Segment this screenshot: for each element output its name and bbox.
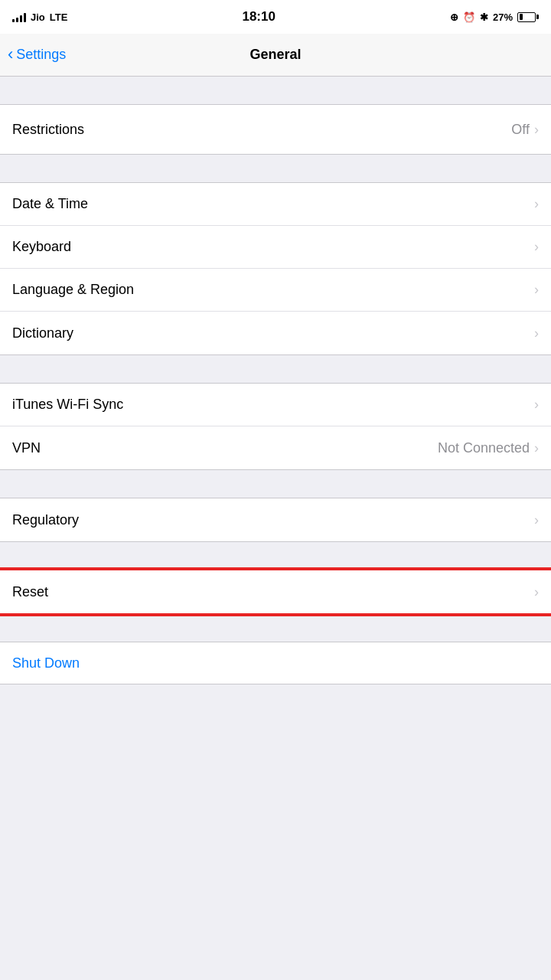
reset-section: Reset › xyxy=(0,570,551,614)
dictionary-right: › xyxy=(534,325,539,341)
bluetooth-icon: ✱ xyxy=(480,11,488,23)
language-region-label: Language & Region xyxy=(12,282,534,298)
nav-bar: ‹ Settings General xyxy=(0,34,551,77)
dictionary-chevron-icon: › xyxy=(534,325,539,341)
status-left: Jio LTE xyxy=(12,11,67,23)
regulatory-row[interactable]: Regulatory › xyxy=(0,498,551,541)
regulatory-chevron-icon: › xyxy=(534,512,539,528)
alarm-icon: ⏰ xyxy=(463,11,475,23)
section-gap-4 xyxy=(0,542,551,570)
sync-section: iTunes Wi-Fi Sync › VPN Not Connected › xyxy=(0,383,551,470)
language-region-right: › xyxy=(534,282,539,298)
itunes-wifi-sync-label: iTunes Wi-Fi Sync xyxy=(12,397,534,413)
section-gap-1 xyxy=(0,155,551,182)
vpn-chevron-icon: › xyxy=(534,440,539,456)
date-time-label: Date & Time xyxy=(12,196,534,212)
language-region-row[interactable]: Language & Region › xyxy=(0,269,551,312)
vpn-right: Not Connected › xyxy=(438,440,539,456)
back-label: Settings xyxy=(16,47,66,63)
section-gap-3 xyxy=(0,470,551,498)
back-chevron-icon: ‹ xyxy=(8,46,13,63)
date-time-chevron-icon: › xyxy=(534,196,539,212)
itunes-wifi-sync-chevron-icon: › xyxy=(534,397,539,413)
restrictions-row[interactable]: Restrictions Off › xyxy=(0,105,551,154)
datetime-section: Date & Time › Keyboard › Language & Regi… xyxy=(0,182,551,355)
restrictions-label: Restrictions xyxy=(12,122,511,138)
restrictions-right: Off › xyxy=(511,122,539,138)
location-icon: ⊕ xyxy=(450,11,458,23)
itunes-wifi-sync-row[interactable]: iTunes Wi-Fi Sync › xyxy=(0,384,551,426)
vpn-label: VPN xyxy=(12,440,438,456)
restrictions-section: Restrictions Off › xyxy=(0,104,551,155)
reset-right: › xyxy=(534,584,539,600)
dictionary-row[interactable]: Dictionary › xyxy=(0,312,551,354)
vpn-row[interactable]: VPN Not Connected › xyxy=(0,426,551,469)
restrictions-chevron-icon: › xyxy=(534,122,539,138)
regulatory-section: Regulatory › xyxy=(0,498,551,542)
reset-label: Reset xyxy=(12,584,534,600)
page-title: General xyxy=(249,47,301,63)
regulatory-label: Regulatory xyxy=(12,512,534,528)
signal-bars-icon xyxy=(12,11,26,22)
date-time-right: › xyxy=(534,196,539,212)
status-time: 18:10 xyxy=(242,9,275,24)
language-region-chevron-icon: › xyxy=(534,282,539,298)
battery-icon xyxy=(517,12,539,22)
section-gap-2 xyxy=(0,355,551,383)
keyboard-right: › xyxy=(534,239,539,255)
status-right: ⊕ ⏰ ✱ 27% xyxy=(450,11,539,23)
top-spacer xyxy=(0,77,551,104)
status-bar: Jio LTE 18:10 ⊕ ⏰ ✱ 27% xyxy=(0,0,551,34)
keyboard-label: Keyboard xyxy=(12,239,534,255)
shutdown-row[interactable]: Shut Down xyxy=(0,642,551,684)
reset-row[interactable]: Reset › xyxy=(0,570,551,613)
vpn-value: Not Connected xyxy=(438,440,530,456)
restrictions-value: Off xyxy=(511,122,530,138)
itunes-wifi-sync-right: › xyxy=(534,397,539,413)
carrier-label: Jio xyxy=(31,11,45,23)
shutdown-label: Shut Down xyxy=(12,655,80,671)
battery-percent: 27% xyxy=(493,11,513,23)
date-time-row[interactable]: Date & Time › xyxy=(0,183,551,226)
regulatory-right: › xyxy=(534,512,539,528)
dictionary-label: Dictionary xyxy=(12,325,534,341)
keyboard-chevron-icon: › xyxy=(534,239,539,255)
keyboard-row[interactable]: Keyboard › xyxy=(0,226,551,269)
back-button[interactable]: ‹ Settings xyxy=(8,47,66,63)
reset-chevron-icon: › xyxy=(534,584,539,600)
network-label: LTE xyxy=(50,11,68,23)
